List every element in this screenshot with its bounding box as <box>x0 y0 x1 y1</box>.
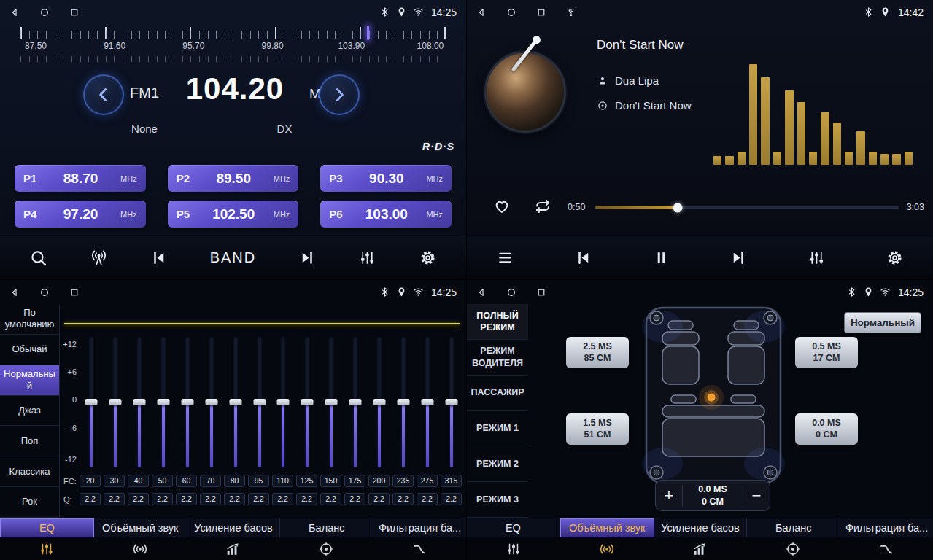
eq-band-slider[interactable] <box>199 336 223 469</box>
settings-button[interactable] <box>419 249 437 267</box>
eq-preset-item[interactable]: Классика <box>0 456 59 487</box>
eq-band-slider[interactable] <box>368 336 392 469</box>
listening-mode-item[interactable]: ПОЛНЫЙ РЕЖИМ <box>467 304 528 340</box>
tab-eq[interactable]: EQ <box>0 518 94 537</box>
eq-band-slider[interactable] <box>104 336 128 469</box>
eq-preset-item[interactable]: Рок <box>0 487 59 518</box>
nav-home-icon[interactable] <box>39 287 50 298</box>
preset-button-p5[interactable]: P5102.50MHz <box>168 201 299 228</box>
slider-handle[interactable] <box>181 399 193 405</box>
preset-button-p3[interactable]: P390.30MHz <box>320 165 452 192</box>
prev-station-button[interactable] <box>150 249 168 267</box>
eq-band-slider[interactable] <box>271 336 295 469</box>
eq-icon[interactable] <box>467 541 560 557</box>
crossover-filter-icon[interactable] <box>840 541 933 557</box>
bass-boost-icon[interactable] <box>654 541 747 557</box>
audio-fader-button[interactable] <box>358 249 376 267</box>
tab-eq[interactable]: EQ <box>467 518 560 537</box>
tab-surround-sound[interactable]: Объёмный звук <box>560 518 654 537</box>
balance-icon[interactable] <box>746 541 840 557</box>
slider-handle[interactable] <box>85 399 98 405</box>
soundfield-preset-button[interactable]: Нормальный <box>844 312 921 333</box>
slider-handle[interactable] <box>205 399 217 405</box>
delay-decrease-button[interactable]: − <box>743 481 770 510</box>
tune-down-button[interactable] <box>83 74 124 115</box>
preset-button-p2[interactable]: P289.50MHz <box>168 165 299 192</box>
nav-home-icon[interactable] <box>506 7 516 18</box>
slider-handle[interactable] <box>109 399 122 405</box>
slider-handle[interactable] <box>158 399 170 405</box>
delay-rear-right[interactable]: 0.0 MS 0 CM <box>795 413 858 445</box>
slider-handle[interactable] <box>325 399 338 405</box>
nav-back-icon[interactable] <box>476 287 487 298</box>
band-button[interactable]: BAND <box>210 249 257 266</box>
seek-bar[interactable] <box>595 206 899 209</box>
nav-recents-icon[interactable] <box>536 287 546 298</box>
broadcast-button[interactable] <box>90 249 108 267</box>
prev-track-button[interactable] <box>574 249 592 267</box>
eq-band-slider[interactable] <box>415 336 439 469</box>
tab-bass-boost[interactable]: Усиление басов <box>187 518 281 537</box>
eq-band-slider[interactable] <box>320 336 344 469</box>
eq-band-slider[interactable] <box>80 336 104 469</box>
slider-handle[interactable] <box>397 399 409 405</box>
preset-button-p4[interactable]: P497.20MHz <box>15 201 146 228</box>
slider-handle[interactable] <box>229 399 241 405</box>
eq-band-slider[interactable] <box>344 336 368 469</box>
surround-sound-icon[interactable] <box>93 541 187 557</box>
scan-button[interactable] <box>29 249 47 267</box>
eq-icon[interactable] <box>0 541 93 557</box>
slider-handle[interactable] <box>253 399 266 405</box>
crossover-filter-icon[interactable] <box>373 541 466 557</box>
playlist-button[interactable] <box>496 249 514 267</box>
tab-crossover-filter[interactable]: Фильтрация ба... <box>840 518 933 537</box>
eq-preset-item[interactable]: Поп <box>0 426 59 456</box>
eq-band-slider[interactable] <box>176 336 200 469</box>
bass-boost-icon[interactable] <box>187 541 280 557</box>
eq-band-slider[interactable] <box>223 336 247 469</box>
tab-surround-sound[interactable]: Объёмный звук <box>94 518 187 537</box>
tune-up-button[interactable] <box>319 74 360 115</box>
nav-home-icon[interactable] <box>506 287 516 298</box>
favorite-button[interactable] <box>493 198 511 215</box>
eq-band-slider[interactable] <box>439 336 463 469</box>
eq-band-slider[interactable] <box>295 336 320 469</box>
nav-recents-icon[interactable] <box>69 7 80 18</box>
delay-rear-left[interactable]: 1.5 MS 51 CM <box>566 413 629 445</box>
frequency-scale[interactable]: 87.5091.6095.7099.80103.90108.00 <box>20 26 446 71</box>
preset-button-p1[interactable]: P188.70MHz <box>15 165 146 192</box>
slider-handle[interactable] <box>277 399 290 405</box>
balance-icon[interactable] <box>279 541 373 557</box>
tab-balance[interactable]: Баланс <box>280 518 373 537</box>
listening-mode-item[interactable]: РЕЖИМ 1 <box>467 411 528 446</box>
listening-mode-item[interactable]: РЕЖИМ 3 <box>467 482 528 518</box>
eq-preset-item[interactable]: Нормальный <box>0 365 59 396</box>
listening-mode-item[interactable]: РЕЖИМ ВОДИТЕЛЯ <box>467 340 528 376</box>
settings-button[interactable] <box>886 249 904 267</box>
preset-button-p6[interactable]: P6103.00MHz <box>320 201 452 228</box>
nav-back-icon[interactable] <box>9 287 20 298</box>
slider-handle[interactable] <box>421 399 433 405</box>
tab-balance[interactable]: Баланс <box>747 518 840 537</box>
nav-home-icon[interactable] <box>39 7 50 18</box>
audio-fader-button[interactable] <box>808 249 826 267</box>
slider-handle[interactable] <box>373 399 385 405</box>
delay-front-left[interactable]: 2.5 MS 85 CM <box>566 337 629 368</box>
nav-recents-icon[interactable] <box>536 7 546 18</box>
slider-handle[interactable] <box>445 399 457 405</box>
eq-band-slider[interactable] <box>152 336 176 469</box>
eq-preset-item[interactable]: Обычай <box>0 335 59 365</box>
listening-mode-item[interactable]: ПАССАЖИР <box>467 376 528 411</box>
eq-preset-item[interactable]: Джаз <box>0 396 59 427</box>
next-track-button[interactable] <box>729 249 748 267</box>
tab-bass-boost[interactable]: Усиление басов <box>654 518 748 537</box>
tab-crossover-filter[interactable]: Фильтрация ба... <box>373 518 466 537</box>
seek-bar-handle[interactable] <box>673 203 682 212</box>
pause-button[interactable] <box>652 249 670 267</box>
surround-sound-icon[interactable] <box>560 541 654 557</box>
eq-band-slider[interactable] <box>128 336 152 469</box>
nav-recents-icon[interactable] <box>69 287 80 298</box>
nav-back-icon[interactable] <box>476 7 487 18</box>
slider-handle[interactable] <box>133 399 146 405</box>
next-station-button[interactable] <box>298 249 317 267</box>
